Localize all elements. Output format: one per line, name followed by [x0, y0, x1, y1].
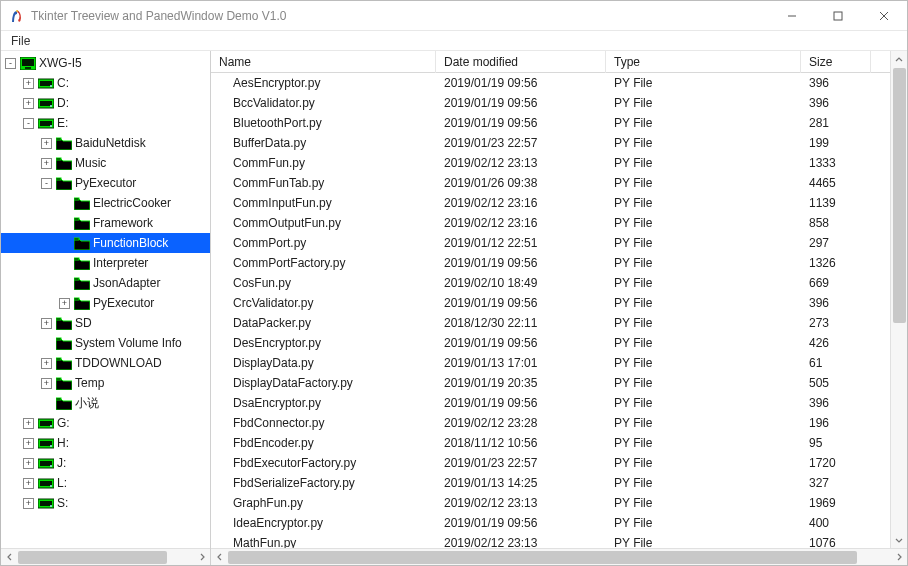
- expand-icon[interactable]: +: [41, 158, 52, 169]
- table-row[interactable]: CommFunTab.py2019/01/26 09:38PY File4465: [211, 173, 890, 193]
- cell-date: 2019/02/12 23:16: [436, 193, 606, 213]
- expand-icon[interactable]: +: [23, 78, 34, 89]
- tree-item[interactable]: Framework: [1, 213, 210, 233]
- column-header-name[interactable]: Name: [211, 51, 436, 73]
- table-row[interactable]: DisplayDataFactory.py2019/01/19 20:35PY …: [211, 373, 890, 393]
- tree-item[interactable]: +H:: [1, 433, 210, 453]
- tree-item[interactable]: +Temp: [1, 373, 210, 393]
- column-header-size[interactable]: Size: [801, 51, 871, 73]
- table-row[interactable]: AesEncryptor.py2019/01/19 09:56PY File39…: [211, 73, 890, 93]
- column-header-date[interactable]: Date modified: [436, 51, 606, 73]
- maximize-button[interactable]: [815, 1, 861, 31]
- drive-icon: [38, 97, 54, 110]
- table-row[interactable]: BufferData.py2019/01/23 22:57PY File199: [211, 133, 890, 153]
- scroll-up-icon[interactable]: [891, 51, 907, 68]
- table-row[interactable]: FbdExecutorFactory.py2019/01/23 22:57PY …: [211, 453, 890, 473]
- table-row[interactable]: FbdEncoder.py2018/11/12 10:56PY File95: [211, 433, 890, 453]
- table-horizontal-scrollbar[interactable]: [211, 548, 907, 565]
- minimize-button[interactable]: [769, 1, 815, 31]
- table-row[interactable]: DsaEncryptor.py2019/01/19 09:56PY File39…: [211, 393, 890, 413]
- table-vertical-scrollbar[interactable]: [890, 51, 907, 548]
- cell-name: BccValidator.py: [211, 93, 436, 113]
- drive-icon: [38, 417, 54, 430]
- tree-item[interactable]: ElectricCooker: [1, 193, 210, 213]
- tree-horizontal-scrollbar[interactable]: [1, 548, 210, 565]
- expand-icon[interactable]: +: [23, 98, 34, 109]
- expand-icon[interactable]: +: [23, 438, 34, 449]
- tree-item[interactable]: +S:: [1, 493, 210, 513]
- tree-item[interactable]: +G:: [1, 413, 210, 433]
- menubar: File: [1, 31, 907, 51]
- tree-item[interactable]: -E:: [1, 113, 210, 133]
- cell-name: DesEncryptor.py: [211, 333, 436, 353]
- tree-view[interactable]: -XWG-I5+C:+D:-E:+BaiduNetdisk+Music-PyEx…: [1, 51, 210, 548]
- expand-icon[interactable]: +: [23, 498, 34, 509]
- table-row[interactable]: GraphFun.py2019/02/12 23:13PY File1969: [211, 493, 890, 513]
- collapse-icon[interactable]: -: [5, 58, 16, 69]
- close-button[interactable]: [861, 1, 907, 31]
- table-row[interactable]: CommFun.py2019/02/12 23:13PY File1333: [211, 153, 890, 173]
- expand-icon[interactable]: +: [23, 458, 34, 469]
- table-row[interactable]: DisplayData.py2019/01/13 17:01PY File61: [211, 353, 890, 373]
- table-row[interactable]: DesEncryptor.py2019/01/19 09:56PY File42…: [211, 333, 890, 353]
- tree-item[interactable]: 小说: [1, 393, 210, 413]
- tree-item[interactable]: +SD: [1, 313, 210, 333]
- table-row[interactable]: CommOutputFun.py2019/02/12 23:16PY File8…: [211, 213, 890, 233]
- collapse-icon[interactable]: -: [41, 178, 52, 189]
- cell-type: PY File: [606, 413, 801, 433]
- tree-item[interactable]: JsonAdapter: [1, 273, 210, 293]
- table-row[interactable]: BluetoothPort.py2019/01/19 09:56PY File2…: [211, 113, 890, 133]
- tree-item[interactable]: +BaiduNetdisk: [1, 133, 210, 153]
- tree-item-label: L:: [57, 476, 67, 490]
- column-header-type[interactable]: Type: [606, 51, 801, 73]
- expand-icon[interactable]: +: [41, 138, 52, 149]
- tree-item[interactable]: -PyExecutor: [1, 173, 210, 193]
- expand-icon[interactable]: +: [23, 478, 34, 489]
- table-row[interactable]: CosFun.py2019/02/10 18:49PY File669: [211, 273, 890, 293]
- collapse-icon[interactable]: -: [23, 118, 34, 129]
- tree-item[interactable]: +D:: [1, 93, 210, 113]
- expand-icon[interactable]: +: [41, 318, 52, 329]
- table-row[interactable]: CommInputFun.py2019/02/12 23:16PY File11…: [211, 193, 890, 213]
- table-row[interactable]: FbdConnector.py2019/02/12 23:28PY File19…: [211, 413, 890, 433]
- scroll-right-icon[interactable]: [193, 549, 210, 566]
- tree-item[interactable]: +TDDOWNLOAD: [1, 353, 210, 373]
- tree-item[interactable]: -XWG-I5: [1, 53, 210, 73]
- tree-item[interactable]: +L:: [1, 473, 210, 493]
- table-row[interactable]: IdeaEncryptor.py2019/01/19 09:56PY File4…: [211, 513, 890, 533]
- table-row[interactable]: CrcValidator.py2019/01/19 09:56PY File39…: [211, 293, 890, 313]
- cell-size: 281: [801, 113, 871, 133]
- tree-item[interactable]: +PyExecutor: [1, 293, 210, 313]
- table-row[interactable]: MathFun.py2019/02/12 23:13PY File1076: [211, 533, 890, 548]
- tree-item[interactable]: FunctionBlock: [1, 233, 210, 253]
- tree-item[interactable]: Interpreter: [1, 253, 210, 273]
- expand-icon[interactable]: +: [59, 298, 70, 309]
- cell-size: 327: [801, 473, 871, 493]
- tree-item[interactable]: +Music: [1, 153, 210, 173]
- table-body[interactable]: AesEncryptor.py2019/01/19 09:56PY File39…: [211, 73, 890, 548]
- cell-size: 396: [801, 293, 871, 313]
- expand-icon[interactable]: +: [41, 358, 52, 369]
- expand-icon[interactable]: +: [41, 378, 52, 389]
- table-row[interactable]: CommPort.py2019/01/12 22:51PY File297: [211, 233, 890, 253]
- cell-size: 61: [801, 353, 871, 373]
- drive-icon: [38, 437, 54, 450]
- table-row[interactable]: DataPacker.py2018/12/30 22:11PY File273: [211, 313, 890, 333]
- table-row[interactable]: CommPortFactory.py2019/01/19 09:56PY Fil…: [211, 253, 890, 273]
- cell-type: PY File: [606, 273, 801, 293]
- cell-name: GraphFun.py: [211, 493, 436, 513]
- scroll-right-icon[interactable]: [890, 549, 907, 566]
- scroll-down-icon[interactable]: [891, 531, 907, 548]
- menu-file[interactable]: File: [5, 32, 36, 50]
- drive-icon: [38, 497, 54, 510]
- scroll-left-icon[interactable]: [1, 549, 18, 566]
- table-row[interactable]: BccValidator.py2019/01/19 09:56PY File39…: [211, 93, 890, 113]
- svg-rect-18: [56, 158, 61, 160]
- tree-item[interactable]: System Volume Info: [1, 333, 210, 353]
- table-row[interactable]: FbdSerializeFactory.py2019/01/13 14:25PY…: [211, 473, 890, 493]
- tree-item[interactable]: +C:: [1, 73, 210, 93]
- scroll-left-icon[interactable]: [211, 549, 228, 566]
- cell-date: 2019/01/19 09:56: [436, 93, 606, 113]
- tree-item[interactable]: +J:: [1, 453, 210, 473]
- expand-icon[interactable]: +: [23, 418, 34, 429]
